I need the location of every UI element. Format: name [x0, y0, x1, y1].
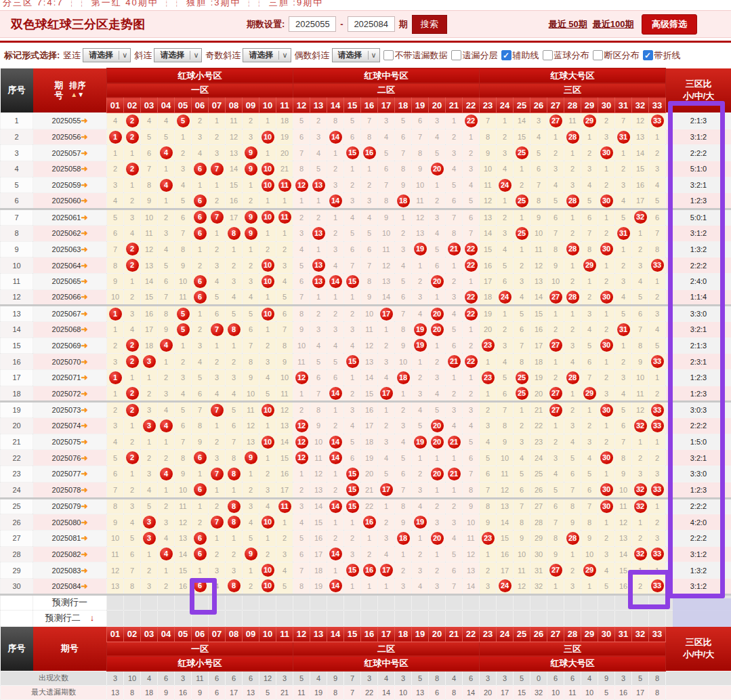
omission-cell: 8 — [649, 241, 666, 258]
prediction-row-label[interactable]: 预测行一 — [33, 594, 107, 611]
drawn-ball-cell: 4 — [158, 546, 175, 562]
red-ball-icon: 6 — [194, 291, 207, 304]
filter-checkbox-3[interactable]: 蓝球分布 — [543, 49, 589, 62]
filter-checkbox-1[interactable]: 遗漏分层 — [451, 49, 498, 62]
omission-cell: 1 — [243, 562, 259, 579]
stats-value: 9 — [192, 685, 209, 699]
omission-cell: 4 — [632, 273, 649, 289]
marker-select-0[interactable]: 请选择∨ — [83, 48, 131, 62]
red-ball-icon: 30 — [600, 451, 613, 464]
red-ball-icon: 20 — [431, 163, 444, 176]
row-seq: 29 — [1, 562, 33, 579]
omission-cell: 4 — [564, 354, 581, 370]
row-seq: 25 — [1, 498, 33, 514]
footer-ball-header: 22 — [463, 626, 480, 642]
omission-cell: 4 — [429, 129, 446, 145]
sort-down-icon[interactable]: ▼ — [77, 91, 84, 98]
omission-cell: 1 — [649, 434, 666, 450]
omission-cell: 7 — [514, 337, 530, 354]
omission-cell: 2 — [463, 386, 480, 402]
period-arrow-icon: ➜ — [81, 245, 87, 254]
marker-select-1[interactable]: 请选择∨ — [154, 48, 202, 62]
omission-cell: 1 — [209, 418, 226, 434]
prediction-row-label[interactable]: 预测行二↓ — [33, 611, 107, 627]
omission-cell: 9 — [192, 434, 209, 450]
zone-ratio: 2:1:3 — [666, 337, 731, 354]
search-button[interactable]: 搜索 — [412, 15, 447, 34]
omission-cell: 7 — [615, 113, 632, 129]
drawn-ball-cell: 6 — [192, 482, 209, 498]
omission-cell: 8 — [530, 193, 547, 209]
checkbox-icon[interactable] — [593, 50, 603, 60]
omission-cell: 3 — [243, 273, 259, 289]
omission-cell: 1 — [564, 306, 581, 322]
recent-50-link[interactable]: 最近 50期 — [549, 18, 587, 30]
checkbox-icon[interactable] — [543, 50, 553, 60]
expand-down-icon[interactable]: ↓ — [90, 613, 95, 623]
omission-cell: 2 — [243, 482, 259, 498]
row-period: 2025063➜ — [33, 241, 107, 258]
red-ball-icon: 7 — [211, 516, 224, 529]
omission-cell: 5 — [514, 466, 530, 482]
omission-cell: 8 — [632, 337, 649, 354]
red-ball-icon: 19 — [414, 516, 427, 529]
ball-column-header: 21 — [446, 98, 463, 113]
omission-cell: 2 — [344, 530, 361, 546]
sort-control[interactable]: 排序▲▼ — [69, 81, 85, 99]
table-row: 112025065➜911461064331046131415813522021… — [1, 273, 731, 289]
period-arrow-icon: ➜ — [81, 341, 87, 350]
omission-cell: 6 — [124, 546, 141, 562]
marker-select-3[interactable]: 请选择∨ — [332, 48, 380, 62]
checkbox-icon[interactable] — [451, 50, 461, 60]
ball-column-header: 05 — [175, 98, 192, 113]
omission-cell: 7 — [395, 482, 412, 498]
sort-up-icon[interactable]: ▲ — [70, 91, 77, 98]
prediction-cell — [259, 594, 276, 611]
omission-cell: 13 — [378, 273, 395, 289]
omission-cell: 1 — [158, 434, 175, 450]
drawn-ball-cell: 18 — [395, 530, 412, 546]
omission-cell: 1 — [378, 402, 395, 418]
filter-checkbox-5[interactable]: ✓带折线 — [643, 49, 681, 62]
omission-cell: 1 — [497, 113, 514, 129]
period-from-input[interactable] — [289, 16, 336, 32]
filter-checkbox-2[interactable]: ✓辅助线 — [501, 49, 539, 62]
omission-cell: 2 — [327, 482, 344, 498]
omission-cell: 8 — [276, 337, 293, 354]
omission-cell: 2 — [564, 562, 581, 579]
omission-cell: 5 — [649, 193, 666, 209]
red-ball-icon: 14 — [329, 500, 342, 513]
omission-cell: 8 — [175, 450, 192, 466]
omission-cell: 1 — [124, 466, 141, 482]
omission-cell: 15 — [361, 386, 378, 402]
omission-cell: 4 — [107, 193, 124, 209]
filter-checkbox-0[interactable]: 不带遗漏数据 — [383, 49, 448, 62]
advanced-filter-button[interactable]: 高级筛选 — [642, 14, 697, 35]
omission-cell: 8 — [547, 530, 564, 546]
drawn-ball-cell: 33 — [649, 578, 666, 594]
omission-cell: 7 — [344, 258, 361, 274]
checkbox-icon[interactable]: ✓ — [643, 50, 653, 60]
drawn-ball-cell: 1 — [107, 129, 124, 145]
filter-checkbox-4[interactable]: 断区分布 — [593, 49, 640, 62]
omission-cell: 1 — [124, 418, 141, 434]
omission-cell: 7 — [497, 402, 514, 418]
period-to-input[interactable] — [348, 16, 395, 32]
omission-cell: 4 — [124, 225, 141, 241]
omission-cell: 17 — [361, 418, 378, 434]
recent-100-link[interactable]: 最近100期 — [593, 18, 634, 30]
checkbox-icon[interactable]: ✓ — [501, 50, 511, 60]
row-period: 2025065➜ — [33, 273, 107, 289]
omission-cell: 9 — [412, 161, 429, 178]
omission-cell: 3 — [581, 434, 598, 450]
omission-cell: 6 — [649, 209, 666, 226]
omission-cell: 2 — [497, 321, 514, 337]
drawn-ball-cell: 20 — [429, 321, 446, 337]
zone-ratio: 1:2:3 — [666, 386, 731, 402]
checkbox-icon[interactable] — [383, 50, 394, 60]
omission-cell: 20 — [276, 145, 293, 161]
stats-value: 16 — [175, 685, 192, 699]
table-row: 32025057➜1164243139120741151657853293255… — [1, 145, 731, 161]
marker-select-2[interactable]: 请选择∨ — [243, 48, 291, 62]
drawn-ball-cell: 16 — [361, 514, 378, 531]
